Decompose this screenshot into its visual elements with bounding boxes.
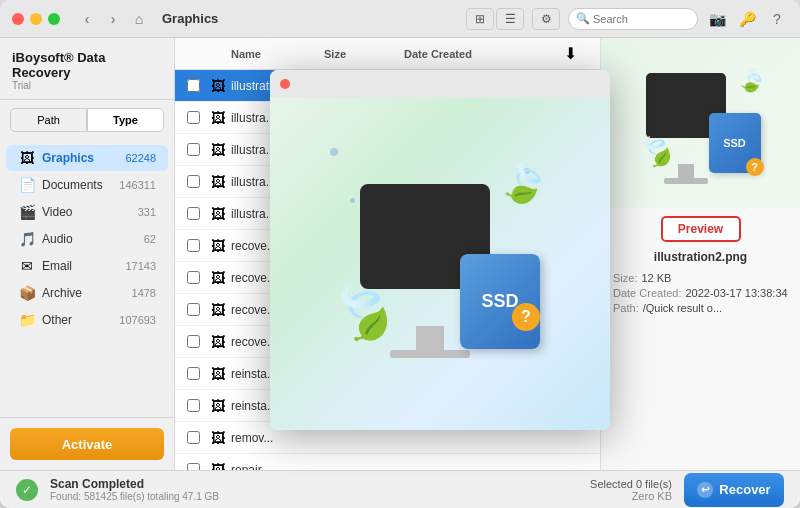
scan-text: Scan Completed Found: 581425 file(s) tot… bbox=[50, 477, 219, 502]
row-checkbox[interactable] bbox=[187, 175, 200, 188]
file-checkbox[interactable] bbox=[187, 111, 211, 124]
email-count: 17143 bbox=[125, 260, 156, 272]
ssd-question-icon: ? bbox=[746, 158, 764, 176]
tab-type[interactable]: Type bbox=[87, 108, 164, 132]
file-checkbox[interactable] bbox=[187, 239, 211, 252]
big-ssd-question-icon: ? bbox=[512, 303, 540, 331]
video-count: 331 bbox=[138, 206, 156, 218]
back-button[interactable]: ‹ bbox=[76, 8, 98, 30]
activate-button[interactable]: Activate bbox=[10, 428, 164, 460]
sidebar-item-archive[interactable]: 📦 Archive 1478 bbox=[6, 280, 168, 306]
statusbar-right: Selected 0 file(s) Zero KB ↩ Recover bbox=[590, 473, 784, 507]
help-icon[interactable]: ? bbox=[766, 8, 788, 30]
sidebar-item-audio[interactable]: 🎵 Audio 62 bbox=[6, 226, 168, 252]
video-icon: 🎬 bbox=[18, 204, 36, 220]
sidebar-item-email[interactable]: ✉ Email 17143 bbox=[6, 253, 168, 279]
date-meta-label: Date Created: bbox=[613, 287, 681, 299]
row-checkbox[interactable] bbox=[187, 239, 200, 252]
sidebar-item-graphics[interactable]: 🖼 Graphics 62248 bbox=[6, 145, 168, 171]
preview-filename: illustration2.png bbox=[646, 250, 755, 264]
leaf-right-icon: 🍃 bbox=[735, 64, 769, 98]
row-checkbox[interactable] bbox=[187, 271, 200, 284]
titlebar: ‹ › ⌂ Graphics ⊞ ☰ ⚙ 🔍 📷 🔑 ? bbox=[0, 0, 800, 38]
list-view-button[interactable]: ☰ bbox=[496, 8, 524, 30]
forward-button[interactable]: › bbox=[102, 8, 124, 30]
imac-base bbox=[664, 178, 708, 184]
documents-label: Documents bbox=[42, 178, 113, 192]
maximize-button[interactable] bbox=[48, 13, 60, 25]
grid-view-button[interactable]: ⊞ bbox=[466, 8, 494, 30]
overlay-content: 🍃 SSD ? 🍃 bbox=[270, 98, 610, 430]
search-icon: 🔍 bbox=[576, 12, 590, 25]
recover-button[interactable]: ↩ Recover bbox=[684, 473, 784, 507]
row-checkbox[interactable] bbox=[187, 367, 200, 380]
file-checkbox[interactable] bbox=[187, 367, 211, 380]
titlebar-right-icons: 📷 🔑 ? bbox=[706, 8, 788, 30]
preview-panel: 🍃 SSD ? 🍃 Preview illustration2.png bbox=[600, 38, 800, 470]
row-checkbox[interactable] bbox=[187, 303, 200, 316]
file-checkbox[interactable] bbox=[187, 207, 211, 220]
file-name: remov... bbox=[231, 431, 348, 445]
scan-detail: Found: 581425 file(s) totaling 47.1 GB bbox=[50, 491, 219, 502]
audio-icon: 🎵 bbox=[18, 231, 36, 247]
close-button[interactable] bbox=[12, 13, 24, 25]
traffic-lights bbox=[12, 13, 60, 25]
path-meta-value: /Quick result o... bbox=[643, 302, 722, 314]
row-checkbox[interactable] bbox=[187, 79, 200, 92]
minimize-button[interactable] bbox=[30, 13, 42, 25]
size-meta-value: 12 KB bbox=[641, 272, 671, 284]
ssd-label: SSD bbox=[723, 137, 746, 149]
file-checkbox[interactable] bbox=[187, 463, 211, 470]
table-row[interactable]: 🖼 repair-... bbox=[175, 454, 600, 470]
file-checkbox[interactable] bbox=[187, 79, 211, 92]
key-icon[interactable]: 🔑 bbox=[736, 8, 758, 30]
email-label: Email bbox=[42, 259, 119, 273]
size-meta-row: Size: 12 KB bbox=[613, 272, 788, 284]
tab-path[interactable]: Path bbox=[10, 108, 87, 132]
file-checkbox[interactable] bbox=[187, 335, 211, 348]
file-checkbox[interactable] bbox=[187, 431, 211, 444]
filter-button[interactable]: ⚙ bbox=[532, 8, 560, 30]
scan-title: Scan Completed bbox=[50, 477, 219, 491]
overlay-titlebar bbox=[270, 70, 610, 98]
archive-label: Archive bbox=[42, 286, 126, 300]
file-list-header: Name Size Date Created ⬇ bbox=[175, 38, 600, 70]
home-button[interactable]: ⌂ bbox=[128, 8, 150, 30]
preview-thumbnail: 🍃 SSD ? 🍃 bbox=[601, 38, 800, 208]
file-checkbox[interactable] bbox=[187, 175, 211, 188]
camera-icon[interactable]: 📷 bbox=[706, 8, 728, 30]
file-checkbox[interactable] bbox=[187, 143, 211, 156]
file-type-icon: 🖼 bbox=[211, 174, 231, 190]
imac-illustration: 🍃 SSD ? 🍃 bbox=[636, 58, 766, 188]
sidebar-item-video[interactable]: 🎬 Video 331 bbox=[6, 199, 168, 225]
row-checkbox[interactable] bbox=[187, 463, 200, 470]
file-type-icon: 🖼 bbox=[211, 302, 231, 318]
audio-count: 62 bbox=[144, 233, 156, 245]
sidebar: iBoysoft® Data Recovery Trial Path Type … bbox=[0, 38, 175, 470]
row-checkbox[interactable] bbox=[187, 111, 200, 124]
file-checkbox[interactable] bbox=[187, 303, 211, 316]
preview-button[interactable]: Preview bbox=[661, 216, 741, 242]
file-type-icon: 🖼 bbox=[211, 366, 231, 382]
file-checkbox[interactable] bbox=[187, 399, 211, 412]
selected-size-label: Zero KB bbox=[632, 490, 672, 502]
audio-label: Audio bbox=[42, 232, 138, 246]
big-ssd-label: SSD bbox=[481, 291, 518, 312]
file-type-icon: 🖼 bbox=[211, 430, 231, 446]
statusbar: ✓ Scan Completed Found: 581425 file(s) t… bbox=[0, 470, 800, 508]
row-checkbox[interactable] bbox=[187, 143, 200, 156]
file-type-icon: 🖼 bbox=[211, 206, 231, 222]
row-checkbox[interactable] bbox=[187, 431, 200, 444]
app-subtitle: Trial bbox=[12, 80, 162, 91]
overlay-close-button[interactable] bbox=[280, 79, 290, 89]
graphics-label: Graphics bbox=[42, 151, 119, 165]
sidebar-item-other[interactable]: 📁 Other 107693 bbox=[6, 307, 168, 333]
row-checkbox[interactable] bbox=[187, 399, 200, 412]
row-checkbox[interactable] bbox=[187, 335, 200, 348]
big-leaf-right-icon: 🍃 bbox=[495, 153, 555, 211]
file-type-icon: 🖼 bbox=[211, 334, 231, 350]
row-checkbox[interactable] bbox=[187, 207, 200, 220]
file-checkbox[interactable] bbox=[187, 271, 211, 284]
date-meta-value: 2022-03-17 13:38:34 bbox=[685, 287, 787, 299]
sidebar-item-documents[interactable]: 📄 Documents 146311 bbox=[6, 172, 168, 198]
